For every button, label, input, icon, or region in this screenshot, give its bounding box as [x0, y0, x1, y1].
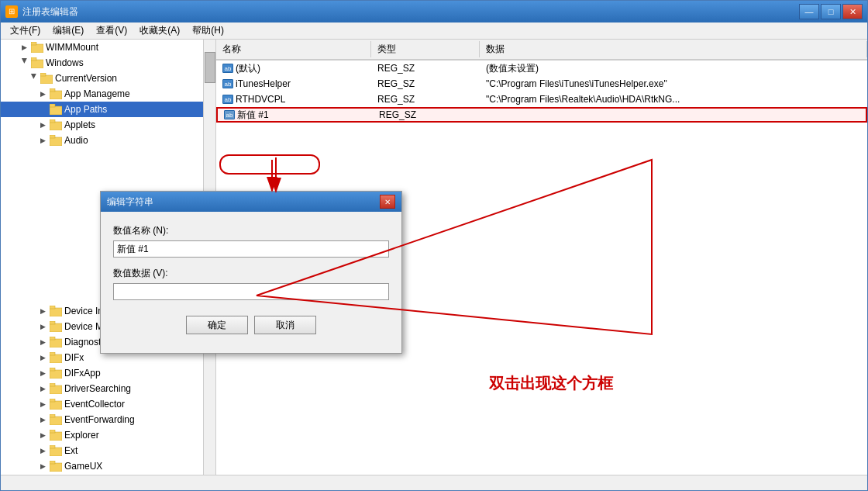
svg-rect-4	[40, 75, 53, 84]
folder-icon	[50, 383, 62, 394]
tree-arrow: ▶	[38, 337, 47, 347]
tree-item-event-collector[interactable]: ▶ EventCollector	[1, 396, 204, 412]
dialog-buttons: 确定 取消	[113, 309, 389, 344]
reg-row-rthdvcpl[interactable]: ab RTHDVCPL REG_SZ "C:\Program Files\Rea…	[216, 92, 867, 107]
dialog-close-button[interactable]: ✕	[380, 195, 395, 209]
svg-rect-3	[31, 57, 36, 61]
value-data-input[interactable]	[113, 283, 389, 300]
reg-name-default: ab (默认)	[216, 62, 371, 75]
tree-arrow: ▶	[38, 322, 47, 331]
tree-item-ext[interactable]: ▶ Ext	[1, 443, 204, 458]
svg-rect-2	[31, 60, 43, 68]
tree-scroll-thumb[interactable]	[205, 52, 215, 83]
svg-rect-24	[50, 386, 62, 394]
reg-value-icon: ab	[222, 95, 233, 104]
menu-help[interactable]: 帮助(H)	[186, 22, 230, 39]
tree-item-windows[interactable]: ▶ Windows	[1, 55, 204, 71]
svg-rect-5	[40, 73, 46, 76]
svg-rect-29	[50, 414, 55, 417]
tree-arrow: ▶	[38, 368, 47, 378]
window-title: 注册表编辑器	[22, 5, 799, 19]
tree-item-label: Audio	[64, 135, 88, 146]
tree-item-audio[interactable]: ▶ Audio	[1, 133, 204, 148]
svg-rect-15	[50, 306, 55, 309]
tree-item-label: Windows	[46, 57, 84, 68]
tree-arrow: ▶	[29, 74, 38, 83]
folder-icon	[50, 119, 62, 130]
col-header-data: 数据	[480, 41, 867, 57]
tree-arrow: ▶	[38, 306, 47, 316]
tree-item-event-forwarding[interactable]: ▶ EventForwarding	[1, 412, 204, 427]
folder-icon	[50, 104, 62, 115]
tree-item-wimmount[interactable]: ▶ WIMMMount	[1, 40, 204, 55]
tree-arrow: ▶	[38, 415, 47, 424]
folder-icon	[50, 306, 62, 316]
svg-rect-18	[50, 339, 62, 348]
tree-item-label: EventCollector	[64, 399, 125, 410]
svg-rect-10	[50, 122, 62, 130]
tree-item-group-policy[interactable]: ▶ Group Policy	[1, 474, 204, 475]
ok-button[interactable]: 确定	[186, 316, 248, 334]
reg-type-itunes: REG_SZ	[371, 78, 480, 89]
reg-type-new-value: REG_SZ	[373, 109, 481, 120]
svg-rect-1	[31, 42, 36, 45]
svg-rect-32	[50, 448, 62, 456]
reg-row-new-value[interactable]: ab 新值 #1 REG_SZ	[216, 107, 867, 123]
tree-item-currentversion[interactable]: ▶ CurrentVersion	[1, 71, 204, 86]
tree-item-label: Explorer	[64, 430, 99, 441]
col-header-type: 类型	[371, 41, 480, 57]
app-icon: ⊞	[5, 5, 18, 18]
tree-item-gameux[interactable]: ▶ GameUX	[1, 458, 204, 474]
svg-rect-9	[50, 104, 55, 107]
svg-rect-31	[50, 430, 55, 433]
value-name-input[interactable]	[113, 240, 389, 258]
menu-view[interactable]: 查看(V)	[90, 22, 133, 39]
svg-rect-26	[50, 401, 62, 410]
reg-row-itunes[interactable]: ab iTunesHelper REG_SZ "C:\Program Files…	[216, 76, 867, 92]
menu-file[interactable]: 文件(F)	[4, 22, 46, 39]
svg-rect-16	[50, 323, 62, 332]
tree-item-explorer[interactable]: ▶ Explorer	[1, 427, 204, 443]
svg-rect-22	[50, 370, 62, 379]
tree-item-label: DIFxApp	[64, 368, 101, 379]
tree-arrow	[38, 105, 47, 114]
svg-rect-14	[50, 308, 62, 316]
tree-item-label: DIFx	[64, 352, 84, 363]
svg-rect-13	[50, 135, 55, 138]
menu-favorites[interactable]: 收藏夹(A)	[133, 22, 186, 39]
tree-arrow: ▶	[38, 120, 47, 130]
tree-arrow: ▶	[38, 353, 47, 362]
tree-item-label: Applets	[64, 119, 95, 130]
svg-rect-17	[50, 321, 55, 324]
dialog-title-text: 编辑字符串	[107, 195, 153, 209]
reg-name-rthdvcpl: ab RTHDVCPL	[216, 94, 371, 105]
svg-rect-11	[50, 119, 55, 123]
minimize-button[interactable]: —	[799, 4, 819, 19]
edit-string-dialog: 编辑字符串 ✕ 数值名称 (N): 数值数据 (V): 确定 取消	[100, 191, 402, 354]
tree-item-driver-searching[interactable]: ▶ DriverSearching	[1, 381, 204, 396]
menu-bar: 文件(F) 编辑(E) 查看(V) 收藏夹(A) 帮助(H)	[1, 22, 867, 40]
registry-editor-window: ⊞ 注册表编辑器 — □ ✕ 文件(F) 编辑(E) 查看(V) 收藏夹(A) …	[0, 0, 868, 491]
dialog-title-bar: 编辑字符串 ✕	[101, 192, 401, 212]
cancel-button[interactable]: 取消	[254, 316, 316, 334]
svg-rect-20	[50, 354, 62, 363]
maximize-button[interactable]: □	[821, 4, 841, 19]
svg-rect-30	[50, 432, 62, 441]
tree-item-app-management[interactable]: ▶ App Manageme	[1, 86, 204, 102]
tree-arrow: ▶	[38, 462, 47, 471]
svg-rect-27	[50, 399, 55, 402]
menu-edit[interactable]: 编辑(E)	[46, 22, 90, 39]
status-bar	[1, 475, 867, 490]
reg-row-default[interactable]: ab (默认) REG_SZ (数值未设置)	[216, 61, 867, 76]
tree-arrow: ▶	[19, 58, 29, 67]
tree-item-label: App Paths	[64, 104, 107, 115]
reg-type-default: REG_SZ	[371, 63, 480, 74]
tree-item-applets[interactable]: ▶ Applets	[1, 117, 204, 133]
window-controls: — □ ✕	[799, 4, 863, 19]
reg-data-default: (数值未设置)	[480, 62, 867, 75]
svg-rect-7	[50, 88, 55, 92]
tree-item-difxapp[interactable]: ▶ DIFxApp	[1, 365, 204, 381]
tree-arrow: ▶	[19, 43, 29, 52]
tree-item-app-paths[interactable]: App Paths	[1, 102, 204, 117]
close-button[interactable]: ✕	[842, 4, 863, 19]
